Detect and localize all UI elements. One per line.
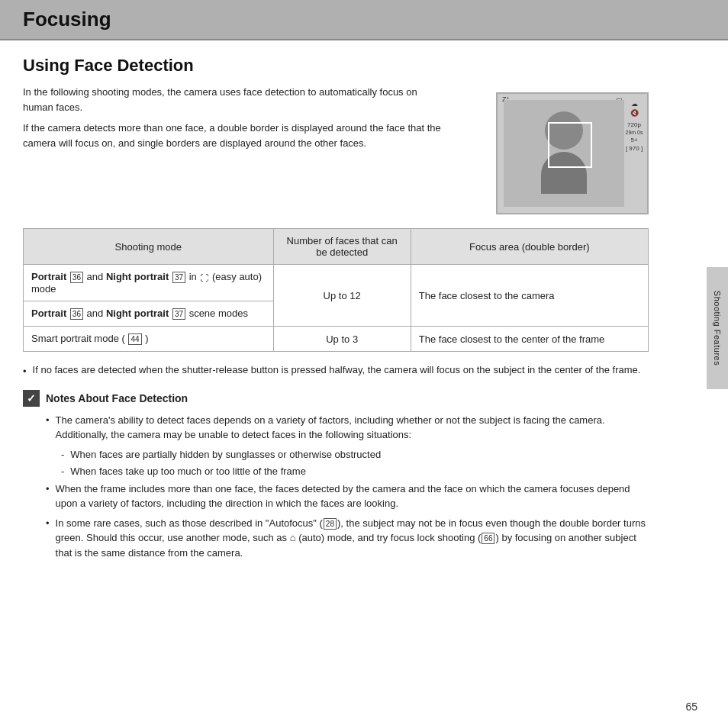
lcd-time: 29m 0s [626, 130, 643, 135]
lcd-icon-1: ☁ [631, 100, 638, 108]
shooting-bold-night-2: Night portrait [106, 308, 169, 319]
side-tab-label: Shooting Features [713, 291, 722, 366]
ref-icon-44: 44 [128, 333, 141, 345]
main-content: Using Face Detection In the following sh… [0, 40, 672, 580]
ref-icon-37-2: 37 [172, 308, 185, 320]
cam-icon-easy-auto: ⛶ [200, 273, 208, 282]
lcd-right-icons: ☁ 🔇 720p 29m 0s 5+ [ 970 ] [624, 100, 644, 207]
bullet-item-shutter: • If no faces are detected when the shut… [23, 362, 649, 379]
sub-dash-1: - [61, 447, 64, 462]
shooting-suffix-2: scene modes [189, 308, 248, 319]
intro-paragraph-2: If the camera detects more than one face… [23, 121, 450, 150]
shooting-suffix-1: in [189, 271, 200, 282]
table-header-faces: Number of faces that can be detected [273, 229, 411, 265]
table-header-focus: Focus area (double border) [411, 229, 648, 265]
lcd-icon-2: 🔇 [630, 109, 639, 117]
page-number: 65 [685, 701, 697, 713]
notes-title: Notes About Face Detection [46, 392, 188, 404]
camera-lcd-image: Z⁺ ▭ ☁ 🔇 720p 29m 0s 5+ [ 970 ] [496, 92, 649, 214]
notes-header: ✓ Notes About Face Detection [23, 390, 649, 407]
shooting-bold-portrait-1: Portrait [31, 271, 66, 282]
shooting-bold-night-1: Night portrait [106, 271, 169, 282]
table-row-3: Smart portrait mode ( 44 ) Up to 3 The f… [24, 327, 649, 352]
notes-text-2: When the frame includes more than one fa… [56, 482, 649, 511]
detection-table: Shooting mode Number of faces that can b… [23, 228, 649, 352]
notes-section: ✓ Notes About Face Detection • The camer… [23, 390, 649, 561]
ref-icon-37-1: 37 [172, 272, 185, 283]
shooting-smart-portrait-end: ) [145, 333, 148, 344]
intro-paragraph-1: In the following shooting modes, the cam… [23, 85, 450, 114]
table-cell-shooting-1: Portrait 36 and Night portrait 37 in ⛶ (… [24, 265, 274, 301]
notes-text-3: In some rare cases, such as those descri… [56, 516, 649, 561]
shooting-smart-portrait: Smart portrait mode ( [31, 333, 125, 344]
notes-dot-2: • [46, 482, 50, 511]
table-cell-focus-3: The face closest to the center of the fr… [411, 327, 648, 352]
table-cell-faces-1-2: Up to 12 [273, 265, 411, 327]
table-cell-shooting-2: Portrait 36 and Night portrait 37 scene … [24, 301, 274, 327]
table-row-1: Portrait 36 and Night portrait 37 in ⛶ (… [24, 265, 649, 301]
sub-bullet-2: - When faces take up too much or too lit… [23, 464, 649, 479]
lcd-res: 720p [627, 121, 641, 128]
notes-text-1: The camera's ability to detect faces dep… [56, 413, 649, 443]
lcd-mode: 5+ [630, 137, 637, 143]
shooting-and-1: and [87, 271, 106, 282]
bullet-dot-1: • [23, 364, 27, 379]
focus-box [548, 122, 592, 168]
ref-icon-66: 66 [482, 533, 494, 544]
lcd-person [537, 111, 591, 195]
table-header-shooting: Shooting mode [24, 229, 274, 265]
ref-icon-36-1: 36 [70, 272, 83, 283]
page-title: Focusing [23, 8, 705, 31]
bullet-text-shutter: If no faces are detected when the shutte… [33, 362, 641, 379]
sub-dash-2: - [61, 464, 64, 479]
table-cell-focus-1-2: The face closest to the camera [411, 265, 648, 327]
notes-check-icon: ✓ [23, 390, 40, 407]
header-bar: Focusing [0, 0, 728, 40]
side-tab: Shooting Features [707, 267, 728, 389]
shooting-and-2: and [87, 308, 106, 319]
top-section: In the following shooting modes, the cam… [23, 85, 649, 214]
table-cell-shooting-3: Smart portrait mode ( 44 ) [24, 327, 274, 352]
notes-bullet-2: • When the frame includes more than one … [23, 482, 649, 511]
shooting-bold-portrait-2: Portrait [31, 308, 66, 319]
lcd-shots: [ 970 ] [626, 145, 643, 152]
section-title: Using Face Detection [23, 56, 649, 76]
lcd-inner [504, 100, 624, 207]
table-cell-faces-3: Up to 3 [273, 327, 411, 352]
notes-bullet-1: • The camera's ability to detect faces d… [23, 413, 649, 443]
ref-icon-36-2: 36 [70, 308, 83, 320]
notes-dot-1: • [46, 413, 50, 443]
sub-bullet-1: - When faces are partially hidden by sun… [23, 447, 649, 462]
ref-icon-28: 28 [324, 518, 337, 530]
sub-text-1: When faces are partially hidden by sungl… [70, 447, 381, 462]
bullet-section: • If no faces are detected when the shut… [23, 362, 649, 379]
sub-text-2: When faces take up too much or too littl… [70, 464, 306, 479]
notes-bullet-3: • In some rare cases, such as those desc… [23, 516, 649, 561]
notes-dot-3: • [46, 516, 50, 561]
intro-block: In the following shooting modes, the cam… [23, 85, 481, 155]
